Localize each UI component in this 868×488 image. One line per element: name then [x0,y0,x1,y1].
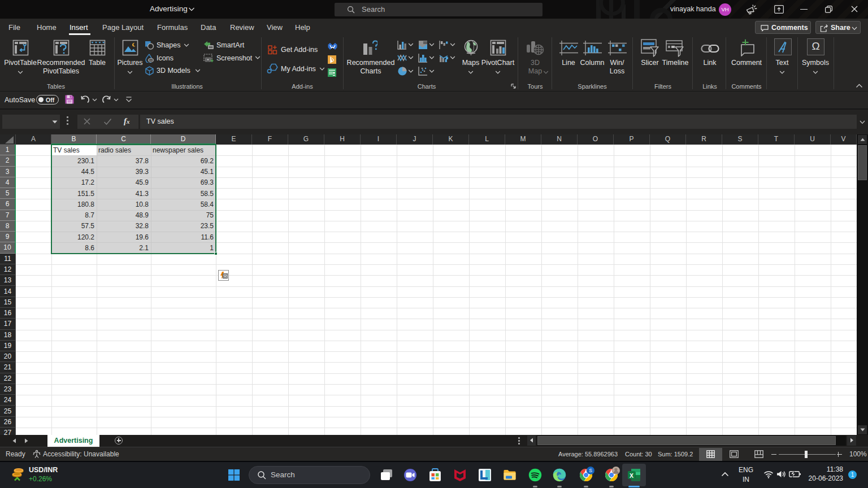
svg-text:X: X [630,472,633,479]
svg-text:S: S [589,468,592,473]
